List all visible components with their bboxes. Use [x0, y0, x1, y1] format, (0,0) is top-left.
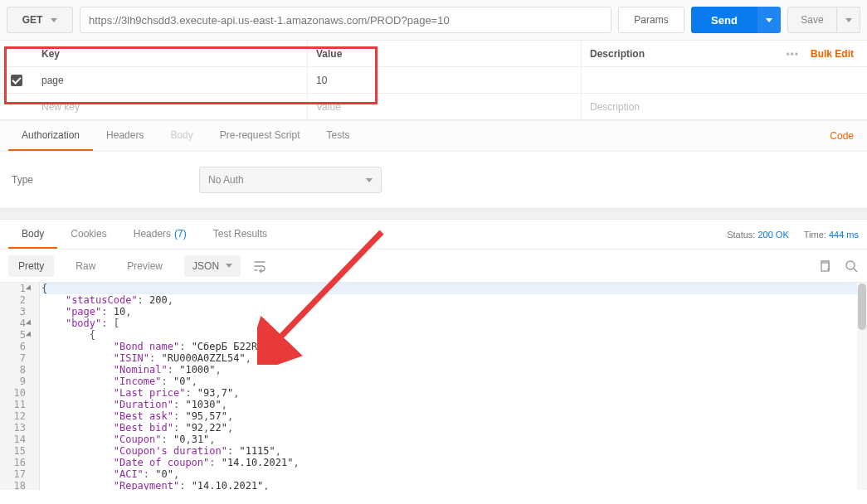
response-body-viewer[interactable]: 123456789101112131415161718 { "statusCod…	[0, 283, 867, 490]
new-description-input[interactable]: Description	[581, 94, 776, 119]
scrollbar[interactable]	[857, 283, 867, 490]
save-button[interactable]: Save	[787, 7, 837, 33]
search-icon[interactable]	[844, 259, 859, 274]
checkbox-icon[interactable]	[11, 75, 22, 86]
tab-body[interactable]: Body	[157, 121, 206, 151]
param-value[interactable]: 10	[307, 67, 581, 93]
send-group: Send	[691, 7, 781, 33]
method-selector[interactable]: GET	[7, 7, 73, 33]
request-bar: GET https://3lh9chsdd3.execute-api.us-ea…	[0, 0, 867, 41]
url-input[interactable]: https://3lh9chsdd3.execute-api.us-east-1…	[80, 7, 611, 33]
time-value: 444 ms	[829, 230, 859, 240]
send-dropdown[interactable]	[757, 7, 781, 33]
auth-type-select[interactable]: No Auth	[199, 167, 382, 193]
svg-point-1	[846, 261, 855, 269]
auth-type-value: No Auth	[208, 174, 244, 186]
resp-tab-body[interactable]: Body	[8, 220, 57, 249]
tab-headers[interactable]: Headers	[93, 121, 157, 151]
tab-prerequest[interactable]: Pre-request Script	[207, 121, 314, 151]
bulk-edit-link[interactable]: Bulk Edit	[811, 48, 854, 60]
view-preview[interactable]: Preview	[117, 255, 173, 277]
params-button[interactable]: Params	[618, 7, 684, 33]
param-placeholder-row: New key Value Description	[0, 94, 867, 120]
method-label: GET	[22, 14, 43, 26]
language-select[interactable]: JSON	[184, 255, 241, 277]
scrollbar-thumb[interactable]	[858, 284, 866, 330]
resp-tab-cookies[interactable]: Cookies	[57, 220, 119, 249]
resp-tab-headers[interactable]: Headers (7)	[120, 220, 200, 249]
language-value: JSON	[192, 260, 219, 272]
status-area: Status: 200 OK Time: 444 ms	[727, 230, 859, 240]
params-table: Key Value Description ••• Bulk Edit page…	[0, 41, 867, 120]
send-button[interactable]: Send	[691, 7, 757, 33]
col-description: Description	[581, 41, 776, 66]
copy-icon[interactable]	[817, 259, 832, 274]
response-divider	[0, 208, 867, 220]
view-pretty[interactable]: Pretty	[8, 255, 54, 277]
status-value: 200 OK	[757, 230, 788, 240]
chevron-down-icon	[845, 18, 852, 22]
param-key[interactable]: page	[33, 67, 307, 93]
status-label: Status:	[727, 230, 755, 240]
col-value: Value	[307, 41, 581, 66]
request-tabs: Authorization Headers Body Pre-request S…	[0, 120, 867, 152]
param-row: page 10	[0, 67, 867, 94]
line-gutter: 123456789101112131415161718	[0, 283, 40, 490]
view-raw[interactable]: Raw	[66, 255, 105, 277]
resp-tab-testresults[interactable]: Test Results	[200, 220, 280, 249]
chevron-down-icon	[51, 18, 57, 22]
new-value-input[interactable]: Value	[307, 94, 581, 119]
chevron-down-icon	[226, 264, 232, 268]
new-key-input[interactable]: New key	[33, 94, 307, 119]
code-link[interactable]: Code	[830, 130, 859, 142]
chevron-down-icon	[366, 178, 373, 182]
save-dropdown[interactable]	[837, 7, 860, 33]
response-viewbar: Pretty Raw Preview JSON	[0, 250, 867, 283]
auth-type-label: Type	[8, 174, 33, 186]
wrap-icon[interactable]	[252, 259, 267, 274]
response-tabs: Body Cookies Headers (7) Test Results St…	[0, 220, 867, 250]
tab-tests[interactable]: Tests	[313, 121, 363, 151]
chevron-down-icon	[766, 18, 772, 22]
more-icon[interactable]: •••	[786, 48, 799, 60]
resp-headers-label: Headers	[134, 228, 171, 240]
time-label: Time:	[804, 230, 826, 240]
param-description[interactable]	[581, 67, 776, 93]
auth-section: Type No Auth	[0, 152, 867, 208]
col-key: Key	[33, 41, 307, 66]
params-header-row: Key Value Description ••• Bulk Edit	[0, 41, 867, 67]
tab-authorization[interactable]: Authorization	[8, 121, 93, 151]
resp-headers-count: (7)	[174, 228, 187, 240]
code-content[interactable]: { "statusCode": 200, "page": 10, "body":…	[40, 283, 867, 490]
